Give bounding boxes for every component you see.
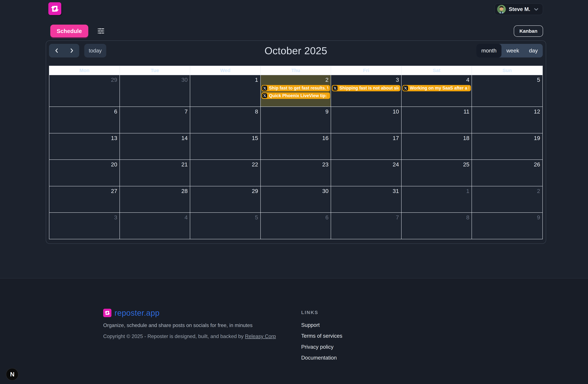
footer-link-item: Terms of services [301, 332, 342, 339]
day-number: 24 [393, 160, 401, 168]
repost-arrows-icon [50, 4, 59, 13]
prev-month-button[interactable] [49, 44, 64, 57]
day-number: 5 [537, 75, 542, 83]
day-cell[interactable]: 19 [472, 133, 542, 160]
calendar-toolbar: today October 2025 monthweekday [49, 44, 543, 57]
weekday-header-thu: Thu [261, 66, 331, 75]
day-cell[interactable]: 21 [120, 159, 190, 186]
filter-button[interactable] [97, 27, 105, 35]
day-cell[interactable]: 16 [261, 133, 331, 160]
today-button[interactable]: today [84, 44, 106, 57]
scheduled-post-event[interactable]: Shipping fast is not about slop... [332, 85, 400, 91]
day-cell[interactable]: 3Shipping fast is not about slop... [331, 75, 401, 107]
day-cell[interactable]: 4 [120, 212, 190, 239]
day-cell[interactable]: 20 [49, 159, 120, 186]
day-cell[interactable]: 22 [190, 159, 261, 186]
day-cell[interactable]: 6 [49, 107, 120, 133]
footer-link-privacy-policy[interactable]: Privacy policy [301, 344, 334, 350]
day-cell[interactable]: 1 [401, 186, 472, 213]
day-cell[interactable]: 26 [472, 159, 542, 186]
day-cell[interactable]: 12 [472, 107, 542, 133]
view-button-week[interactable]: week [502, 44, 524, 57]
day-number: 12 [534, 107, 542, 115]
week-row: 6789101112 [49, 107, 542, 133]
day-number: 3 [114, 213, 120, 221]
day-cell[interactable]: 14 [120, 133, 190, 160]
x-platform-badge [262, 86, 267, 90]
day-cell[interactable]: 27 [49, 186, 120, 213]
day-number: 11 [463, 107, 472, 115]
day-number: 14 [181, 133, 190, 142]
x-logo-icon [263, 87, 266, 90]
chevron-left-icon [54, 48, 60, 53]
day-cell[interactable]: 7 [120, 107, 190, 133]
day-cell[interactable]: 6 [261, 212, 331, 239]
kanban-button[interactable]: Kanban [514, 25, 543, 37]
day-number: 1 [255, 75, 260, 83]
user-menu[interactable]: Steve M. [495, 3, 543, 15]
day-cell[interactable]: 29 [49, 75, 120, 107]
day-number: 30 [322, 186, 331, 195]
week-row: 293012Ship fast to get fast results. W..… [49, 75, 542, 107]
day-cell[interactable]: 29 [190, 186, 261, 213]
day-number: 22 [252, 160, 260, 168]
weekday-header-sat: Sat [401, 66, 472, 75]
day-cell[interactable]: 2 [472, 186, 542, 213]
day-number: 2 [537, 186, 542, 195]
day-number: 10 [393, 107, 401, 115]
scheduled-post-event[interactable]: Working on my SaaS after a lo... [402, 85, 471, 91]
view-button-day[interactable]: day [524, 44, 543, 57]
day-cell[interactable]: 9 [261, 107, 331, 133]
footer-link-support[interactable]: Support [301, 322, 320, 328]
chevron-down-icon [533, 6, 539, 12]
day-cell[interactable]: 5 [190, 212, 261, 239]
day-cell[interactable]: 30 [120, 75, 190, 107]
day-cell[interactable]: 11 [401, 107, 472, 133]
actions-row: Schedule Kanban [50, 25, 543, 37]
footer-link-documentation[interactable]: Documentation [301, 355, 337, 361]
view-switcher: monthweekday [476, 44, 543, 57]
day-cell[interactable]: 28 [120, 186, 190, 213]
day-number: 7 [396, 213, 401, 221]
day-cell[interactable]: 23 [261, 159, 331, 186]
day-number: 9 [325, 107, 331, 115]
day-cell[interactable]: 30 [261, 186, 331, 213]
footer-link-terms-of-services[interactable]: Terms of services [301, 333, 342, 339]
scheduled-post-event[interactable]: Quick Phoenix LiveView tip: w... [261, 92, 330, 99]
view-button-month[interactable]: month [476, 44, 502, 57]
nextjs-dev-badge[interactable]: N [6, 368, 19, 381]
site-footer: reposter.app Organize, schedule and shar… [0, 278, 588, 384]
day-number: 8 [255, 107, 260, 115]
day-cell[interactable]: 7 [331, 212, 401, 239]
x-platform-badge [403, 86, 408, 90]
day-number: 3 [396, 75, 401, 83]
day-cell[interactable]: 13 [49, 133, 120, 160]
day-cell[interactable]: 31 [331, 186, 401, 213]
day-cell[interactable]: 5 [472, 75, 542, 107]
releasy-corp-link[interactable]: Releasy Corp [245, 333, 276, 339]
schedule-button[interactable]: Schedule [50, 25, 88, 37]
weekday-header-tue: Tue [120, 66, 190, 75]
day-cell[interactable]: 4Working on my SaaS after a lo... [401, 75, 472, 107]
scheduled-post-event[interactable]: Ship fast to get fast results. W... [261, 85, 330, 91]
day-cell[interactable]: 9 [472, 212, 542, 239]
event-title: Ship fast to get fast results. W... [269, 86, 328, 91]
day-cell[interactable]: 17 [331, 133, 401, 160]
day-cell[interactable]: 3 [49, 212, 120, 239]
day-cell[interactable]: 8 [401, 212, 472, 239]
day-cell[interactable]: 18 [401, 133, 472, 160]
day-cell[interactable]: 25 [401, 159, 472, 186]
day-cell[interactable]: 24 [331, 159, 401, 186]
footer-copyright: Copyright © 2025 - Reposter is designed,… [103, 333, 301, 339]
day-cell[interactable]: 10 [331, 107, 401, 133]
app-logo[interactable] [48, 2, 61, 15]
day-cell-today[interactable]: 2Ship fast to get fast results. W...Quic… [261, 75, 331, 107]
footer-logo [103, 309, 111, 317]
copyright-text: Copyright © 2025 - Reposter is designed,… [103, 333, 245, 339]
day-number: 4 [466, 75, 472, 83]
day-cell[interactable]: 1 [190, 75, 261, 107]
day-cell[interactable]: 8 [190, 107, 261, 133]
day-cell[interactable]: 15 [190, 133, 261, 160]
next-month-button[interactable] [64, 44, 79, 57]
day-number: 19 [534, 133, 542, 142]
